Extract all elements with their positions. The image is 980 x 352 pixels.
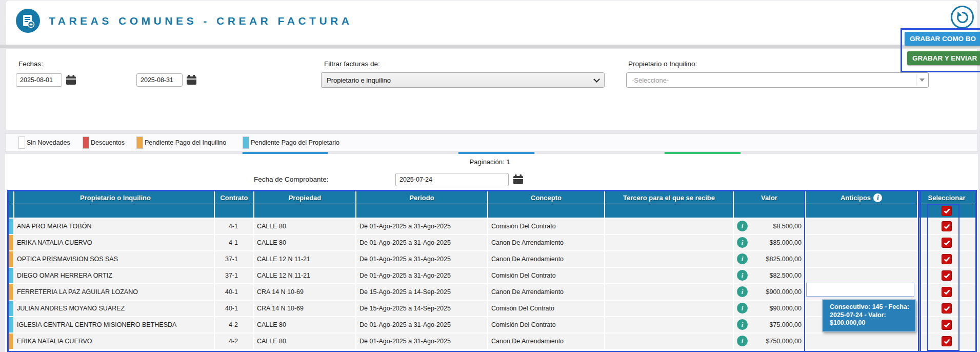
col-seleccionar: Seleccionar: [918, 191, 975, 204]
cell-periodo: De 01-Ago-2025 a 31-Ago-2025: [356, 317, 488, 333]
info-icon[interactable]: i: [737, 303, 748, 314]
fechas-label: Fechas:: [18, 60, 43, 68]
cell-periodo: De 15-Ago-2025 a 14-Sep-2025: [356, 301, 488, 316]
cell-propiedad: CALLE 80: [254, 219, 356, 234]
table-row: OPTICA PRISMAVISION SOS SAS 37-1 CALLE 1…: [9, 251, 975, 267]
valor-text: $90.000,00: [769, 305, 802, 312]
valor-text: $82.500,00: [769, 272, 802, 279]
row-checkbox[interactable]: [942, 270, 952, 281]
anticipo-input[interactable]: [806, 283, 914, 297]
cell-propiedad: CALLE 80: [254, 235, 356, 250]
check-icon: [944, 306, 950, 311]
cell-valor: i $750.000,00: [734, 334, 806, 349]
anticipos-info-icon[interactable]: i: [873, 193, 882, 202]
filtrar-facturas-select[interactable]: Propietario e inquilino: [321, 72, 605, 88]
row-checkbox[interactable]: [942, 238, 952, 248]
cell-anticipos: [806, 235, 918, 250]
table-row: ERIKA NATALIA CUERVO 4-2 CALLE 80 De 01-…: [9, 334, 975, 349]
cell-tercero: [605, 317, 734, 333]
check-icon: [944, 257, 950, 262]
undo-button[interactable]: [951, 6, 974, 29]
check-icon: [944, 289, 950, 295]
row-checkbox[interactable]: [942, 287, 952, 297]
filtrar-facturas-label: Filtrar facturas de:: [324, 60, 380, 68]
cell-propietario: FERRETERIA LA PAZ AGUILAR LOZANO: [14, 284, 215, 300]
cell-propietario: ERIKA NATALIA CUERVO: [14, 334, 215, 349]
page: TAREAS COMUNES - CREAR FACTURA GRABAR CO…: [0, 0, 980, 352]
cell-anticipos: [806, 219, 918, 234]
cell-tercero: [605, 219, 734, 234]
cell-contrato: 4-2: [215, 334, 254, 349]
col-periodo: Periodo: [356, 191, 488, 204]
cell-valor: i $75.000,00: [734, 317, 806, 333]
propietario-inquilino-select[interactable]: -Seleccione-: [626, 72, 929, 88]
table-row: ERIKA NATALIA CUERVO 4-1 CALLE 80 De 01-…: [9, 235, 975, 250]
calendar-icon[interactable]: [513, 174, 523, 184]
col-propietario: Propietario o Inquilino: [14, 191, 215, 204]
cell-seleccionar: [918, 284, 975, 300]
info-icon[interactable]: i: [737, 221, 748, 231]
info-icon[interactable]: i: [737, 253, 748, 264]
cell-tercero: [605, 284, 734, 300]
row-checkbox[interactable]: [942, 303, 952, 314]
cell-periodo: De 01-Ago-2025 a 31-Ago-2025: [356, 334, 488, 349]
fecha-hasta-input[interactable]: [136, 73, 183, 87]
select-all-checkbox[interactable]: [942, 206, 952, 216]
propietario-inquilino-value: -Seleccione-: [632, 76, 669, 84]
calendar-icon[interactable]: [187, 75, 196, 85]
check-icon: [944, 273, 950, 279]
status-stripe: [9, 301, 14, 316]
header-stripe: [9, 191, 14, 204]
info-icon[interactable]: i: [737, 286, 748, 297]
col-tercero: Tercero para el que se recibe: [605, 191, 734, 204]
dropdown-arrow: [916, 74, 927, 86]
row-checkbox[interactable]: [942, 320, 952, 330]
anticipo-tooltip: Consecutivo: 145 - Fecha: 2025-07-24 - V…: [822, 299, 916, 332]
calendar-icon[interactable]: [66, 75, 76, 85]
info-icon[interactable]: i: [737, 270, 748, 281]
status-stripe: [9, 251, 14, 267]
cell-propietario: JULIAN ANDRES MOYANO SUAREZ: [14, 301, 215, 316]
cell-seleccionar: [918, 235, 975, 250]
filter-panel: Fechas: Filtrar facturas de: Propietario…: [5, 48, 978, 130]
valor-text: $750.000,00: [766, 338, 802, 345]
row-checkbox[interactable]: [942, 254, 952, 264]
cell-propiedad: CRA 14 N 10-69: [254, 284, 356, 300]
legend-item-pendiente-propietario: Pendiente Pago del Propietario: [243, 136, 339, 149]
grabar-y-enviar-button[interactable]: GRABAR Y ENVIAR: [907, 51, 980, 65]
info-icon[interactable]: i: [737, 336, 748, 346]
row-checkbox[interactable]: [942, 221, 952, 231]
table-row: ANA PRO MARIA TOBÓN 4-1 CALLE 80 De 01-A…: [9, 219, 975, 234]
valor-text: $825.000,00: [766, 256, 802, 263]
table-filter-row: [9, 204, 975, 218]
create-invoice-icon: [16, 9, 40, 33]
cell-valor: i $85.000,00: [734, 235, 806, 250]
cell-concepto: Comisión Del Contrato: [488, 219, 605, 234]
chevron-down-icon: [593, 76, 600, 83]
legend: Sin Novedades Descuentos Pendiente Pago …: [5, 133, 978, 152]
cell-periodo: De 01-Ago-2025 a 31-Ago-2025: [356, 251, 488, 267]
cell-concepto: Canon De Arrendamiento: [488, 284, 605, 300]
info-icon[interactable]: i: [737, 237, 748, 248]
col-contrato: Contrato: [215, 191, 254, 204]
cell-anticipos: [806, 251, 918, 267]
cell-seleccionar: [918, 334, 975, 349]
status-stripe: [9, 235, 14, 250]
page-title: TAREAS COMUNES - CREAR FACTURA: [49, 15, 352, 27]
status-stripe: [9, 334, 14, 349]
cell-concepto: Comisón Del Contrato: [488, 301, 605, 316]
check-icon: [944, 224, 950, 229]
status-stripe: [9, 317, 14, 333]
info-icon[interactable]: i: [737, 319, 748, 330]
fecha-desde-input[interactable]: [16, 73, 62, 87]
row-checkbox[interactable]: [942, 336, 952, 346]
cell-seleccionar: [918, 301, 975, 316]
cell-tercero: [605, 301, 734, 316]
grabar-como-borrador-button[interactable]: GRABAR COMO BO: [905, 32, 980, 46]
col-propiedad: Propiedad: [254, 191, 356, 204]
cell-periodo: De 01-Ago-2025 a 31-Ago-2025: [356, 268, 488, 283]
cell-propiedad: CALLE 12 N 11-21: [254, 268, 356, 283]
valor-text: $75.000,00: [769, 321, 802, 328]
fecha-comprobante-input[interactable]: [395, 173, 509, 186]
check-icon: [944, 208, 950, 214]
